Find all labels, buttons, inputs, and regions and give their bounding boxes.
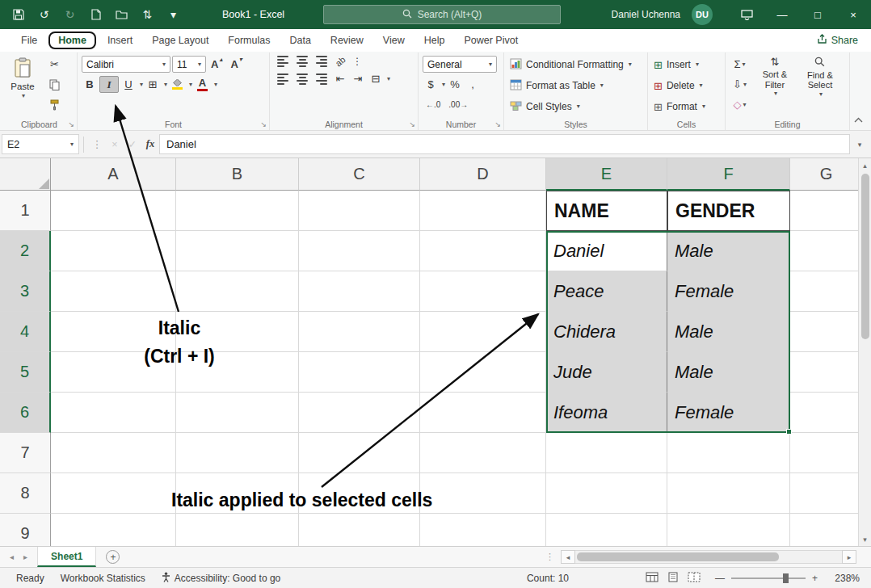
bold-button[interactable]: B [82, 76, 98, 93]
cell[interactable] [51, 473, 176, 514]
cell[interactable] [299, 231, 420, 271]
column-header-a[interactable]: A [51, 158, 176, 191]
cell[interactable] [176, 433, 299, 473]
cell[interactable] [299, 191, 420, 231]
increase-indent-button[interactable]: ⇥ [350, 70, 366, 87]
clipboard-dialog-launcher-icon[interactable]: ↘ [68, 120, 74, 128]
cell[interactable] [51, 514, 176, 546]
align-bottom-icon[interactable] [316, 56, 327, 67]
cell[interactable] [51, 433, 176, 473]
cell[interactable] [420, 312, 546, 352]
underline-button[interactable]: U [120, 76, 137, 93]
cell[interactable] [790, 514, 863, 546]
new-document-icon[interactable] [89, 8, 103, 22]
cell-styles-button[interactable]: Cell Styles ▾ [508, 98, 643, 116]
accessibility-status[interactable]: Accessibility: Good to go [154, 572, 288, 585]
alignment-dialog-launcher-icon[interactable]: ↘ [409, 120, 415, 128]
row-header-8[interactable]: 8 [0, 473, 51, 514]
cell[interactable] [790, 393, 863, 433]
tab-splitter-icon[interactable]: ⋮ [545, 552, 554, 562]
cell-e4[interactable]: Chidera [546, 312, 667, 352]
cell[interactable] [299, 514, 420, 546]
cell[interactable] [790, 352, 863, 393]
cell[interactable] [176, 271, 299, 312]
tab-review[interactable]: Review [321, 32, 373, 49]
font-dialog-launcher-icon[interactable]: ↘ [260, 120, 267, 128]
cell[interactable] [790, 271, 863, 312]
column-header-b[interactable]: B [176, 158, 299, 191]
borders-button[interactable]: ⊞ [145, 76, 161, 93]
decrease-indent-button[interactable]: ⇤ [332, 70, 348, 87]
formula-input[interactable]: Daniel [159, 134, 850, 154]
find-select-button[interactable]: Find & Select ▾ [800, 56, 840, 113]
sort-ascending-icon[interactable]: ⇅ [141, 8, 154, 22]
cell[interactable] [546, 433, 667, 473]
cell[interactable] [546, 514, 667, 546]
vertical-scrollbar[interactable]: ▴ ▾ [858, 158, 871, 546]
zoom-track[interactable] [731, 578, 806, 579]
wrap-text-icon[interactable]: ⋮ [352, 56, 362, 67]
cell[interactable] [790, 191, 863, 231]
select-all-corner[interactable] [0, 158, 51, 191]
font-name-dropdown-icon[interactable]: ▾ [162, 61, 166, 68]
previous-sheet-icon[interactable]: ◂ [10, 552, 14, 561]
zoom-slider[interactable]: — + [715, 573, 818, 584]
zoom-out-icon[interactable]: — [715, 573, 725, 584]
increase-font-size-button[interactable]: A▴ [208, 56, 225, 73]
borders-dropdown-icon[interactable]: ▾ [164, 82, 167, 88]
cell[interactable] [51, 393, 176, 433]
count-indicator[interactable]: Count: 10 [527, 573, 569, 584]
fill-color-button[interactable] [169, 76, 186, 93]
paste-dropdown-icon[interactable]: ▾ [22, 93, 25, 99]
zoom-in-icon[interactable]: + [812, 573, 818, 584]
row-header-9[interactable]: 9 [0, 514, 51, 546]
cell[interactable] [176, 191, 299, 231]
cell[interactable] [420, 433, 546, 473]
horizontal-scrollbar-track[interactable] [575, 550, 842, 564]
close-button[interactable]: × [835, 0, 871, 29]
row-header-5[interactable]: 5 [0, 352, 51, 393]
minimize-button[interactable]: — [764, 0, 800, 29]
decrease-decimal-button[interactable]: .00→ [445, 96, 471, 113]
collapse-ribbon-icon[interactable] [854, 111, 863, 126]
cell-e6[interactable]: Ifeoma [546, 393, 667, 433]
cell[interactable] [51, 231, 176, 271]
cell[interactable] [667, 514, 790, 546]
cell-f5[interactable]: Male [667, 352, 790, 393]
cell[interactable] [790, 433, 863, 473]
enter-formula-icon[interactable]: ✓ [124, 138, 141, 150]
horizontal-scrollbar-thumb[interactable] [577, 552, 779, 561]
cell[interactable] [546, 473, 667, 514]
user-name[interactable]: Daniel Uchenna [612, 9, 680, 20]
cell[interactable] [790, 473, 863, 514]
cell-f3[interactable]: Female [667, 271, 790, 312]
align-middle-icon[interactable] [297, 56, 308, 67]
cell-e2-active[interactable]: Daniel [546, 231, 667, 271]
cell[interactable] [299, 271, 420, 312]
font-name-combobox[interactable]: Calibri ▾ [82, 56, 170, 73]
scroll-left-icon[interactable]: ◂ [561, 550, 575, 564]
cell[interactable] [790, 231, 863, 271]
format-as-table-button[interactable]: Format as Table ▾ [508, 77, 643, 94]
open-folder-icon[interactable] [115, 8, 128, 22]
vertical-scrollbar-thumb[interactable] [861, 174, 869, 339]
tab-power-pivot[interactable]: Power Pivot [454, 32, 528, 49]
cell[interactable] [667, 433, 790, 473]
font-color-dropdown-icon[interactable]: ▾ [214, 82, 217, 88]
cell-f1-gender-header[interactable]: GENDER [667, 191, 790, 231]
ribbon-display-options-icon[interactable] [729, 0, 764, 29]
column-header-d[interactable]: D [420, 158, 546, 191]
share-button[interactable]: Share [817, 34, 858, 47]
cell[interactable] [299, 393, 420, 433]
zoom-thumb[interactable] [783, 573, 789, 583]
normal-view-icon[interactable] [646, 572, 659, 585]
column-header-f[interactable]: F [667, 158, 790, 191]
redo-icon[interactable]: ↻ [63, 8, 77, 22]
row-header-2[interactable]: 2 [0, 231, 51, 271]
maximize-button[interactable]: □ [800, 0, 835, 29]
row-header-3[interactable]: 3 [0, 271, 51, 312]
align-center-icon[interactable] [297, 74, 308, 85]
cell[interactable] [420, 271, 546, 312]
tab-file[interactable]: File [11, 32, 47, 49]
font-size-combobox[interactable]: 11 ▾ [172, 56, 206, 73]
